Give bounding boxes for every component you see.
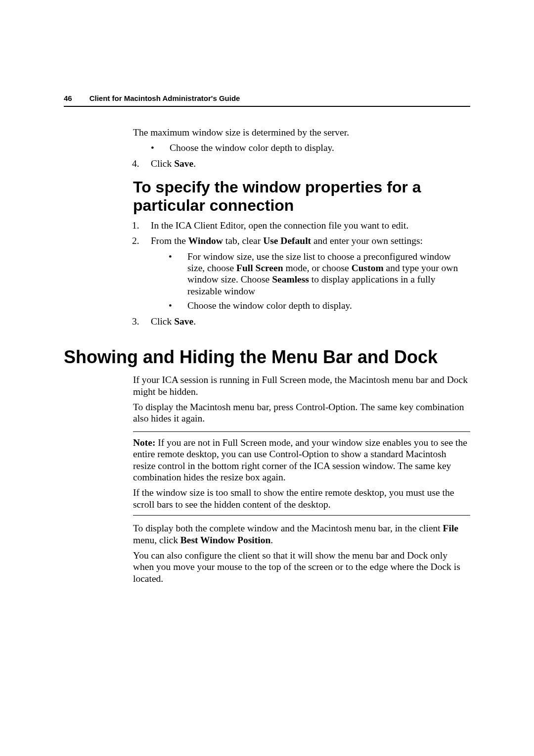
step-text: Click	[151, 316, 174, 327]
step-text: From the	[151, 236, 188, 246]
paragraph-text: .	[270, 535, 273, 545]
header-title: Client for Macintosh Administrator's Gui…	[89, 94, 240, 102]
step-text: .	[193, 158, 196, 169]
step-text-bold: Use Default	[263, 236, 311, 246]
step-number: 3.	[132, 316, 139, 327]
body-column: The maximum window size is determined by…	[133, 127, 470, 584]
bullet-item: Choose the window color depth to display…	[169, 300, 470, 311]
paragraph: If your ICA session is running in Full S…	[133, 374, 470, 397]
step-text: and enter your own settings:	[311, 236, 423, 246]
paragraph-text: To display both the complete window and …	[133, 523, 443, 533]
step-text: .	[193, 316, 196, 327]
bullet-text: Choose the window color depth to display…	[170, 142, 334, 153]
note-label: Note:	[133, 437, 155, 448]
paragraph: To display both the complete window and …	[133, 522, 470, 546]
text-line: The maximum window size is determined by…	[133, 127, 470, 138]
subsection-heading: To specify the window properties for a p…	[133, 178, 470, 215]
paragraph-text-bold: File	[443, 523, 458, 533]
page: 46Client for Macintosh Administrator's G…	[0, 0, 534, 584]
paragraph: To display the Macintosh menu bar, press…	[133, 401, 470, 425]
bullet-text: Choose the window color depth to display…	[187, 300, 352, 311]
step-text: In the ICA Client Editor, open the conne…	[151, 220, 408, 231]
step-text: Click	[151, 158, 174, 169]
bullet-text: mode, or choose	[283, 263, 352, 273]
note-box: Note: If you are not in Full Screen mode…	[133, 431, 470, 516]
paragraph-text: menu, click	[133, 535, 180, 545]
paragraph-text-bold: Best Window Position	[180, 535, 270, 545]
note-paragraph: Note: If you are not in Full Screen mode…	[133, 437, 470, 483]
step-item: 1. In the ICA Client Editor, open the co…	[151, 220, 470, 231]
section-heading: Showing and Hiding the Menu Bar and Dock	[64, 347, 470, 367]
bullet-text-bold: Full Screen	[236, 263, 283, 273]
bullet-item: For window size, use the size list to ch…	[169, 251, 470, 297]
note-paragraph: If the window size is too small to show …	[133, 487, 470, 510]
step-number: 1.	[132, 220, 139, 231]
step-number: 2.	[132, 235, 139, 246]
page-header: 46Client for Macintosh Administrator's G…	[64, 94, 470, 107]
bullet-text-bold: Custom	[352, 263, 384, 273]
step-item: 2. From the Window tab, clear Use Defaul…	[151, 235, 470, 246]
step-text: tab, clear	[223, 236, 263, 246]
bullet-text-bold: Seamless	[272, 274, 309, 284]
step-number: 4.	[132, 158, 139, 169]
bullet-item: Choose the window color depth to display…	[151, 142, 470, 153]
page-number: 46	[64, 94, 72, 102]
step-text-bold: Window	[188, 236, 223, 246]
step-item: 3. Click Save.	[151, 316, 470, 327]
note-text: If you are not in Full Screen mode, and …	[133, 437, 467, 482]
step-text-bold: Save	[174, 316, 193, 327]
step-item: 4. Click Save.	[151, 158, 470, 169]
paragraph: You can also configure the client so tha…	[133, 550, 470, 584]
step-text-bold: Save	[174, 158, 193, 169]
